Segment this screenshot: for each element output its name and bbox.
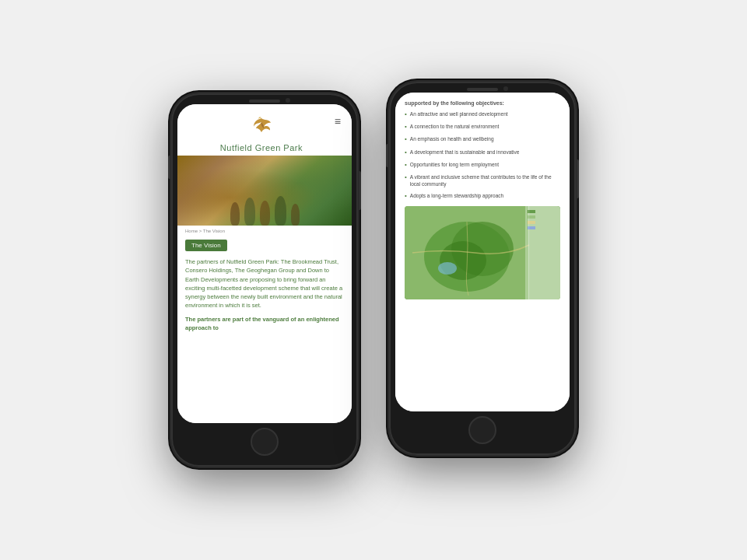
screen1-header: Nutfield Green Park ≡ xyxy=(177,104,352,156)
svg-rect-4 xyxy=(525,206,560,299)
bullet-item-5: • Opportunities for long term employment xyxy=(405,161,560,169)
bullet-text-4: A development that is sustainable and in… xyxy=(410,149,520,156)
logo-title: Nutfield Green Park xyxy=(220,143,303,152)
bullet-dot-1: • xyxy=(405,110,407,118)
logo-area: Nutfield Green Park xyxy=(188,114,335,152)
bullet-text-1: An attractive and well planned developme… xyxy=(410,110,508,118)
map-image xyxy=(405,206,560,299)
bullet-text-3: An emphasis on health and wellbeing xyxy=(410,135,494,143)
screen2-content: supported by the following objectives: •… xyxy=(395,93,570,411)
svg-rect-8 xyxy=(528,226,535,229)
phone-1-home-button[interactable] xyxy=(251,428,279,456)
hamburger-icon[interactable]: ≡ xyxy=(335,114,341,128)
svg-point-9 xyxy=(438,262,457,275)
bullet-item-1: • An attractive and well planned develop… xyxy=(405,110,560,118)
vision-badge: The Vision xyxy=(185,240,227,251)
phone-2-screen: supported by the following objectives: •… xyxy=(395,93,570,411)
objectives-intro: supported by the following objectives: xyxy=(405,100,560,106)
bird-logo-icon xyxy=(247,114,275,142)
bullet-dot-5: • xyxy=(405,160,407,169)
bullet-dot-4: • xyxy=(405,148,407,156)
bullet-item-2: • A connection to the natural environmen… xyxy=(405,123,560,131)
phone-2-speaker xyxy=(467,88,498,91)
breadcrumb: Home > The Vision xyxy=(177,226,352,236)
bullet-item-4: • A development that is sustainable and … xyxy=(405,149,560,156)
hero-figures xyxy=(177,163,352,226)
svg-rect-7 xyxy=(528,221,535,224)
bullet-dot-3: • xyxy=(405,135,407,143)
svg-rect-6 xyxy=(528,215,535,219)
phone-2-camera xyxy=(503,86,508,91)
bullet-text-6: A vibrant and inclusive scheme that cont… xyxy=(410,173,560,187)
phone-1: Nutfield Green Park ≡ Ho xyxy=(171,93,358,467)
bullet-list: • An attractive and well planned develop… xyxy=(405,110,560,200)
bullet-item-3: • An emphasis on health and wellbeing xyxy=(405,135,560,143)
bullet-item-6: • A vibrant and inclusive scheme that co… xyxy=(405,173,560,187)
bullet-dot-6: • xyxy=(405,173,407,187)
phone-2: supported by the following objectives: •… xyxy=(389,82,576,455)
phone-1-speaker xyxy=(249,100,280,103)
screen1-body: The partners of Nutfield Green Park: The… xyxy=(177,254,352,335)
phone-1-screen: Nutfield Green Park ≡ Ho xyxy=(177,104,352,423)
bullet-text-2: A connection to the natural environment xyxy=(410,123,500,131)
svg-rect-5 xyxy=(528,210,535,213)
bullet-text-7: Adopts a long-term stewardship approach xyxy=(410,192,503,200)
body-paragraph-1: The partners of Nutfield Green Park: The… xyxy=(185,257,344,310)
bullet-dot-7: • xyxy=(405,191,407,200)
bullet-text-5: Opportunities for long term employment xyxy=(410,161,499,169)
screen1-content: Nutfield Green Park ≡ Ho xyxy=(177,104,352,423)
hero-image xyxy=(177,156,352,226)
phone-2-home-button[interactable] xyxy=(468,416,496,444)
body-paragraph-2: The partners are part of the vanguard of… xyxy=(185,315,344,333)
bullet-item-7: • Adopts a long-term stewardship approac… xyxy=(405,192,560,200)
bullet-dot-2: • xyxy=(405,122,407,131)
phone-1-camera xyxy=(286,98,290,103)
